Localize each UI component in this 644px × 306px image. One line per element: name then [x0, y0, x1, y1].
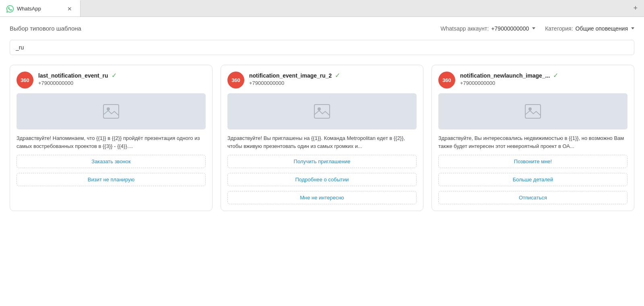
card-image-placeholder-2: [227, 93, 417, 129]
card-avatar-2: 360: [227, 72, 244, 88]
card-header-1: 360last_notification_event_ru✓+790000000…: [17, 72, 206, 88]
card-button-3-1[interactable]: Больше деталей: [438, 173, 627, 186]
card-header-2: 360notification_event_image_ru_2✓+790000…: [227, 72, 417, 88]
whatsapp-icon: [6, 5, 14, 12]
card-meta-1: last_notification_event_ru✓+79000000000: [38, 72, 206, 86]
card-phone-1: +79000000000: [38, 80, 206, 86]
card-button-1-1[interactable]: Визит не планирую: [17, 173, 206, 186]
card-button-2-0[interactable]: Получить приглашение: [227, 155, 417, 168]
card-verified-icon-3: ✓: [553, 72, 558, 79]
main-content: Выбор типового шаблона Whatsapp аккаунт:…: [0, 17, 644, 306]
tab-title: WhatsApp: [17, 6, 41, 12]
image-icon-1: [103, 104, 119, 119]
card-button-3-2[interactable]: Отписаться: [438, 191, 627, 204]
card-button-3-0[interactable]: Позвоните мне!: [438, 155, 627, 168]
cards-grid: 360last_notification_event_ru✓+790000000…: [10, 65, 634, 211]
page-header: Выбор типового шаблона Whatsapp аккаунт:…: [10, 25, 634, 32]
new-tab-button[interactable]: +: [627, 0, 644, 16]
card-phone-2: +79000000000: [249, 80, 417, 86]
svg-rect-0: [103, 105, 119, 118]
card-name-row-1: last_notification_event_ru✓: [38, 72, 206, 79]
card-header-3: 360notification_newlaunch_image_...✓+790…: [438, 72, 627, 88]
card-avatar-1: 360: [17, 72, 33, 88]
card-phone-3: +79000000000: [460, 80, 627, 86]
whatsapp-tab[interactable]: WhatsApp ✕: [0, 0, 80, 16]
card-verified-icon-2: ✓: [335, 72, 340, 79]
svg-rect-2: [314, 105, 330, 118]
category-label: Категория:: [545, 25, 573, 32]
card-text-1: Здравствуйте! Напоминаем, что {{1}} в {{…: [17, 134, 206, 150]
search-input[interactable]: [10, 40, 634, 55]
card-name-row-2: notification_event_image_ru_2✓: [249, 72, 417, 79]
whatsapp-account-control[interactable]: Whatsapp аккаунт: +79000000000: [440, 25, 535, 32]
page-title: Выбор типового шаблона: [10, 25, 81, 32]
card-button-2-1[interactable]: Подробнее о событии: [227, 173, 417, 186]
category-dropdown-icon[interactable]: [631, 27, 634, 29]
card-meta-2: notification_event_image_ru_2✓+790000000…: [249, 72, 417, 86]
card-name-text-3: notification_newlaunch_image_...: [460, 72, 550, 79]
card-text-3: Здравствуйте, Вы интересовались недвижим…: [438, 134, 627, 150]
category-value: Общие оповещения: [576, 25, 628, 32]
whatsapp-account-dropdown-icon[interactable]: [532, 27, 535, 29]
card-image-placeholder-3: [438, 93, 627, 129]
card-meta-3: notification_newlaunch_image_...✓+790000…: [460, 72, 627, 86]
tab-bar: WhatsApp ✕ +: [0, 0, 644, 17]
card-image-placeholder-1: [17, 93, 206, 129]
image-icon-3: [525, 104, 541, 119]
whatsapp-account-label: Whatsapp аккаунт:: [440, 25, 489, 32]
card-name-text-2: notification_event_image_ru_2: [249, 72, 332, 79]
card-1: 360last_notification_event_ru✓+790000000…: [10, 65, 213, 211]
category-control[interactable]: Категория: Общие оповещения: [545, 25, 634, 32]
card-2: 360notification_event_image_ru_2✓+790000…: [221, 65, 423, 211]
tab-close-button[interactable]: ✕: [66, 5, 74, 13]
whatsapp-account-value: +79000000000: [491, 25, 529, 32]
card-3: 360notification_newlaunch_image_...✓+790…: [431, 65, 634, 211]
card-button-2-2[interactable]: Мне не интересно: [227, 191, 417, 204]
card-name-text-1: last_notification_event_ru: [38, 72, 108, 79]
card-name-row-3: notification_newlaunch_image_...✓: [460, 72, 627, 79]
image-icon-2: [314, 104, 330, 119]
card-button-1-0[interactable]: Заказать звонок: [17, 155, 206, 168]
card-text-2: Здравствуйте! Вы приглашены на {{1}}. Ко…: [227, 134, 417, 150]
svg-rect-4: [525, 105, 541, 118]
card-verified-icon-1: ✓: [111, 72, 117, 79]
card-avatar-3: 360: [438, 72, 455, 88]
